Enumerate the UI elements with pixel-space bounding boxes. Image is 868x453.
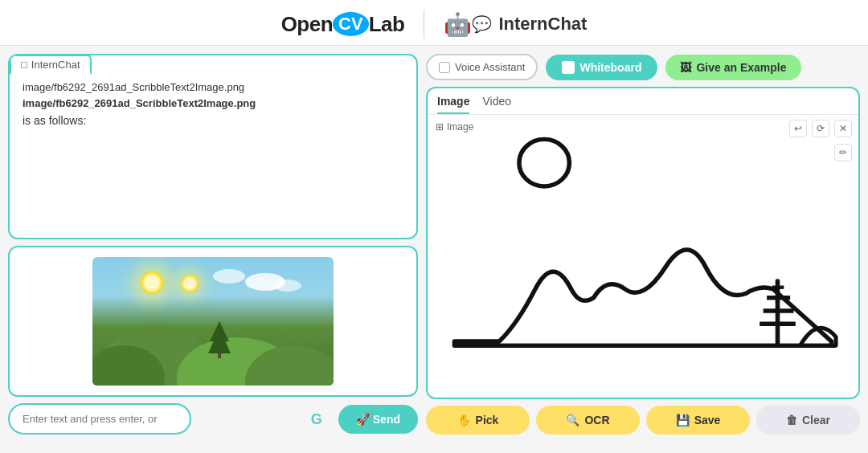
clear-icon: 🗑	[786, 414, 797, 426]
input-wrapper: G	[8, 403, 332, 435]
follows-text: is as follows:	[23, 114, 403, 127]
canvas-inner: ⊞ Image ↩ ⟳ ✕ ✏	[428, 115, 858, 394]
drawing-canvas[interactable]	[428, 115, 858, 394]
header-divider	[424, 10, 424, 39]
send-button[interactable]: 🚀 Send	[338, 405, 418, 434]
whiteboard-label: Whiteboard	[579, 61, 641, 74]
logo-open: Open	[281, 12, 333, 37]
cloud-2	[273, 280, 301, 292]
path-line-bold: image/fb6292_2691ad_ScribbleText2Image.p…	[23, 96, 403, 112]
save-icon: 💾	[676, 414, 690, 426]
ocr-button[interactable]: 🔍 OCR	[536, 406, 640, 435]
canvas-area: Image Video ⊞ Image ↩ ⟳ ✕ ✏	[426, 87, 860, 399]
chat-tab[interactable]: □ InternChat	[10, 55, 92, 75]
g-icon: G	[311, 410, 322, 427]
pick-button[interactable]: ✋ Pick	[426, 406, 530, 435]
pick-icon: ✋	[457, 414, 471, 426]
robot-icon: 🤖	[444, 11, 472, 38]
right-panel: Voice Assistant Whiteboard 🖼 Give an Exa…	[426, 54, 860, 435]
pick-label: Pick	[476, 414, 499, 426]
chat-window: □ InternChat image/fb6292_2691ad_Scribbl…	[8, 54, 418, 239]
save-button[interactable]: 💾 Save	[646, 406, 750, 435]
example-icon: 🖼	[680, 61, 691, 74]
whiteboard-button[interactable]: Whiteboard	[546, 55, 657, 80]
save-label: Save	[694, 414, 721, 426]
clear-button[interactable]: 🗑 Clear	[756, 406, 860, 435]
send-emoji: 🚀	[356, 413, 370, 426]
logo: Open CV Lab	[281, 12, 405, 37]
chat-input[interactable]	[8, 403, 191, 435]
path-line-1: image/fb6292_2691ad_ScribbleText2Image.p…	[23, 80, 403, 96]
whiteboard-icon	[562, 61, 575, 74]
ocr-label: OCR	[584, 414, 609, 426]
chat-tab-label: InternChat	[31, 59, 80, 71]
input-area: G 🚀 Send	[8, 403, 418, 435]
path-text-1: image/fb6292_2691ad_ScribbleText2Image.p…	[23, 81, 244, 93]
tab-image[interactable]: Image	[437, 95, 469, 114]
svg-point-7	[519, 139, 570, 186]
internchat-label: InternChat	[498, 14, 587, 35]
action-bar: ✋ Pick 🔍 OCR 💾 Save 🗑 Clear	[426, 406, 860, 435]
logo-lab: Lab	[369, 12, 405, 37]
chat-bubble-icon: 💬	[472, 14, 492, 34]
cloud-3	[213, 269, 245, 284]
svg-marker-6	[210, 321, 229, 341]
bold-path: image/fb6292_2691ad_ScribbleText2Image.p…	[23, 97, 256, 109]
main-layout: □ InternChat image/fb6292_2691ad_Scribbl…	[0, 46, 868, 443]
give-example-button[interactable]: 🖼 Give an Example	[665, 55, 800, 80]
voice-checkbox[interactable]	[439, 62, 450, 73]
toolbar: Voice Assistant Whiteboard 🖼 Give an Exa…	[426, 54, 860, 80]
sun-1	[141, 271, 163, 294]
logo-cv: CV	[333, 12, 369, 36]
voice-assistant-button[interactable]: Voice Assistant	[426, 54, 538, 80]
header: Open CV Lab 🤖 💬 InternChat	[0, 0, 868, 46]
ocr-icon: 🔍	[566, 414, 579, 426]
give-example-label: Give an Example	[696, 61, 786, 74]
left-panel: □ InternChat image/fb6292_2691ad_Scribbl…	[8, 54, 418, 435]
image-card	[8, 246, 418, 397]
hills-svg	[92, 313, 334, 386]
chat-tab-icon: □	[21, 59, 27, 71]
tab-video[interactable]: Video	[482, 95, 511, 114]
canvas-tabs: Image Video	[428, 88, 858, 115]
internchat-logo: 🤖 💬 InternChat	[444, 11, 587, 38]
landscape-image	[92, 257, 334, 386]
clear-label: Clear	[802, 414, 830, 426]
voice-assistant-label: Voice Assistant	[455, 61, 525, 73]
sun-2	[181, 275, 199, 292]
